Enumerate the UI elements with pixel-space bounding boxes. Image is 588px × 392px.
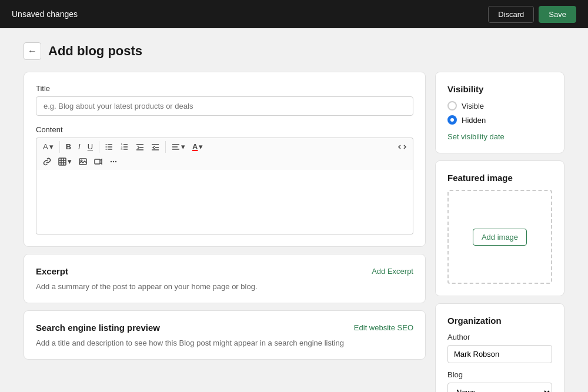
blog-field: Blog News	[447, 370, 552, 392]
author-input[interactable]	[447, 345, 552, 363]
link-button[interactable]	[40, 156, 54, 167]
list-unordered-icon	[105, 143, 113, 151]
page: ← Add blog posts Title Content A ▾	[0, 28, 588, 392]
bold-button[interactable]: B	[63, 140, 74, 153]
excerpt-card: Excerpt Add Excerpt Add a summary of the…	[24, 254, 426, 303]
hidden-label: Hidden	[462, 116, 486, 125]
more-icon	[109, 158, 118, 166]
svg-point-29	[111, 160, 112, 162]
svg-point-31	[115, 160, 116, 162]
table-button[interactable]: ▾	[55, 155, 75, 167]
content-label: Content	[36, 125, 413, 134]
font-button[interactable]: A ▾	[40, 140, 56, 153]
title-input[interactable]	[36, 96, 413, 116]
svg-point-5	[106, 149, 107, 150]
svg-point-30	[113, 160, 114, 162]
indent-button[interactable]	[133, 141, 147, 153]
video-icon	[94, 158, 102, 166]
align-dropdown-icon: ▾	[181, 142, 185, 151]
align-icon	[172, 143, 180, 151]
svg-point-4	[106, 146, 107, 148]
toolbar-row-2: ▾	[40, 155, 409, 167]
source-code-icon	[398, 143, 406, 151]
image-upload-area[interactable]: Add image	[447, 190, 552, 284]
author-label: Author	[447, 333, 552, 341]
hidden-option[interactable]: Hidden	[447, 115, 552, 125]
font-dropdown-icon: ▾	[49, 142, 54, 151]
toolbar-row-1: A ▾ B I U	[40, 140, 409, 153]
outdent-button[interactable]	[148, 141, 162, 153]
underline-icon: U	[88, 142, 93, 151]
page-title: Add blog posts	[48, 43, 142, 59]
visible-radio[interactable]	[447, 101, 457, 110]
image-button[interactable]	[76, 156, 90, 167]
more-button[interactable]	[106, 156, 121, 167]
organization-card: Organization Author Blog News	[435, 303, 564, 392]
link-icon	[43, 158, 51, 166]
topbar-actions: Discard Save	[488, 6, 576, 23]
sidebar: Visibility Visible Hidden Set visibility…	[435, 72, 564, 392]
excerpt-header: Excerpt Add Excerpt	[36, 266, 413, 276]
excerpt-title: Excerpt	[36, 266, 68, 276]
title-label: Title	[36, 84, 413, 93]
hidden-radio[interactable]	[447, 115, 457, 125]
align-button[interactable]: ▾	[169, 140, 188, 153]
topbar: Unsaved changes Discard Save	[0, 0, 588, 28]
title-content-card: Title Content A ▾ B I U	[24, 72, 426, 247]
underline-button[interactable]: U	[85, 140, 96, 153]
back-button[interactable]: ←	[24, 42, 41, 60]
list-ordered-button[interactable]: 1. 2. 3.	[118, 141, 132, 153]
visible-option[interactable]: Visible	[447, 101, 552, 110]
unsaved-changes-label: Unsaved changes	[12, 9, 78, 19]
editor-toolbar: A ▾ B I U	[36, 138, 413, 170]
set-visibility-date-button[interactable]: Set visibility date	[447, 132, 505, 141]
save-button[interactable]: Save	[539, 6, 576, 23]
layout: Title Content A ▾ B I U	[24, 72, 564, 392]
toolbar-separator-2	[99, 141, 99, 153]
author-field: Author	[447, 333, 552, 363]
page-header: ← Add blog posts	[24, 42, 564, 60]
edit-seo-button[interactable]: Edit website SEO	[354, 323, 413, 332]
visibility-radio-group: Visible Hidden	[447, 101, 552, 125]
image-icon	[79, 158, 87, 166]
table-icon	[58, 158, 66, 166]
indent-icon	[136, 143, 144, 151]
featured-image-title: Featured image	[447, 173, 552, 183]
visible-label: Visible	[462, 102, 484, 110]
organization-title: Organization	[447, 316, 552, 326]
toolbar-separator-1	[59, 141, 60, 153]
toolbar-separator-3	[165, 141, 166, 153]
italic-button[interactable]: I	[75, 140, 83, 153]
list-ordered-icon: 1. 2. 3.	[121, 143, 129, 151]
seo-title: Search engine listing preview	[36, 323, 160, 333]
list-unordered-button[interactable]	[102, 141, 116, 153]
font-color-button[interactable]: A ▾	[189, 140, 206, 153]
svg-point-3	[106, 144, 107, 145]
italic-icon: I	[78, 142, 81, 151]
font-color-dropdown-icon: ▾	[199, 142, 203, 151]
blog-select[interactable]: News	[447, 383, 552, 392]
font-color-icon: A	[192, 142, 198, 151]
svg-text:3.: 3.	[121, 148, 123, 150]
seo-header: Search engine listing preview Edit websi…	[36, 323, 413, 333]
video-button[interactable]	[91, 156, 105, 167]
add-image-button[interactable]: Add image	[473, 229, 527, 246]
visibility-card: Visibility Visible Hidden Set visibility…	[435, 72, 564, 153]
featured-image-card: Featured image Add image	[435, 160, 564, 296]
seo-card: Search engine listing preview Edit websi…	[24, 310, 426, 360]
blog-label: Blog	[447, 370, 552, 379]
editor-body[interactable]	[36, 170, 413, 234]
seo-description: Add a title and description to see how t…	[36, 339, 413, 347]
outdent-icon	[151, 143, 159, 151]
excerpt-description: Add a summary of the post to appear on y…	[36, 282, 413, 291]
bold-icon: B	[66, 142, 71, 151]
add-excerpt-button[interactable]: Add Excerpt	[372, 267, 413, 276]
table-dropdown-icon: ▾	[68, 157, 72, 166]
source-code-button[interactable]	[395, 141, 409, 153]
svg-rect-21	[59, 158, 66, 165]
svg-rect-28	[95, 159, 100, 164]
visibility-title: Visibility	[447, 84, 552, 94]
discard-button[interactable]: Discard	[488, 6, 534, 23]
font-label: A	[43, 142, 48, 151]
main-column: Title Content A ▾ B I U	[24, 72, 426, 392]
